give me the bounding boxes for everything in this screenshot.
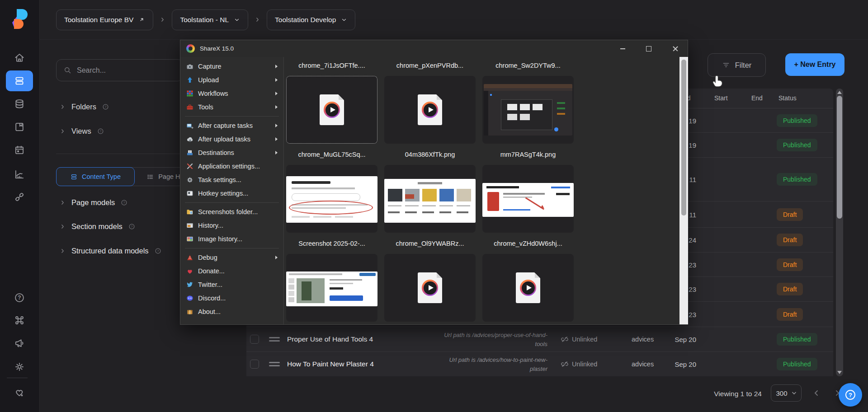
menu-item-destinations[interactable]: Destinations bbox=[180, 146, 283, 159]
thumbnail-cell[interactable] bbox=[482, 165, 574, 233]
thumbnail-cell[interactable] bbox=[286, 76, 377, 144]
menu-item-donate[interactable]: Donate... bbox=[180, 264, 283, 278]
maximize-button[interactable] bbox=[643, 43, 654, 54]
menu-item-label: Destinations bbox=[198, 149, 234, 156]
sidebar-item-home[interactable] bbox=[6, 47, 33, 68]
sidebar-item-shortcuts[interactable] bbox=[6, 310, 33, 331]
column-header[interactable]: Status bbox=[778, 94, 797, 102]
panel-item-page-models[interactable]: Page models? bbox=[59, 196, 128, 209]
history-icon bbox=[186, 222, 193, 229]
svg-text:?: ? bbox=[157, 249, 159, 253]
thumbnail-cell[interactable] bbox=[384, 254, 476, 322]
chevron-down-icon bbox=[341, 17, 347, 23]
prev-page-button[interactable] bbox=[812, 389, 821, 397]
new-entry-button[interactable]: + New Entry bbox=[785, 53, 844, 76]
section-label: Views bbox=[71, 127, 91, 136]
panel-section-folders[interactable]: Folders? bbox=[59, 100, 109, 113]
sidebar-item-settings[interactable] bbox=[6, 356, 33, 377]
menu-item-label: Hotkey settings... bbox=[198, 190, 248, 197]
breadcrumb-label: Toolstation Europe BV bbox=[64, 16, 133, 24]
page-size-select[interactable]: 300 bbox=[771, 384, 802, 402]
thumbnail-cell[interactable] bbox=[384, 76, 476, 144]
sidebar-item-insights[interactable] bbox=[6, 164, 33, 185]
panel-item-structured-data-models[interactable]: Structured data models? bbox=[59, 244, 162, 257]
thumbnail-cell[interactable] bbox=[384, 165, 476, 233]
column-header[interactable]: Start bbox=[714, 94, 728, 102]
scrollbar-thumb[interactable] bbox=[837, 96, 842, 219]
status-badge: Draft bbox=[777, 308, 803, 321]
table-row[interactable]: How To Paint New Plaster 4Url path is /a… bbox=[246, 351, 833, 376]
column-header[interactable]: End bbox=[751, 94, 763, 102]
filter-button[interactable]: Filter bbox=[708, 53, 766, 77]
panel-section-views[interactable]: Views? bbox=[59, 125, 104, 137]
menu-item-screenshots-folder[interactable]: Screenshots folder... bbox=[180, 205, 283, 219]
breadcrumb-item[interactable]: Toolstation - NL bbox=[172, 9, 248, 30]
thumbnail-cell[interactable] bbox=[286, 165, 377, 233]
menu-item-about[interactable]: About... bbox=[180, 305, 283, 318]
drag-handle-icon[interactable] bbox=[269, 362, 280, 366]
svg-text:?: ? bbox=[18, 295, 21, 301]
menu-item-discord[interactable]: Discord... bbox=[180, 291, 283, 305]
prepr-logo-icon[interactable] bbox=[9, 7, 29, 31]
menu-item-workflows[interactable]: Workflows bbox=[180, 87, 283, 100]
entry-title[interactable]: How To Paint New Plaster 4 bbox=[287, 360, 374, 368]
close-button[interactable] bbox=[670, 43, 681, 54]
search-input[interactable]: Search... bbox=[56, 59, 183, 81]
sidebar-item-bookmarks[interactable] bbox=[6, 117, 33, 137]
scroll-up-icon[interactable] bbox=[837, 91, 842, 94]
sharex-scrollbar-thumb[interactable] bbox=[681, 60, 686, 215]
menu-item-hotkey-settings[interactable]: Hotkey settings... bbox=[180, 187, 283, 200]
menu-item-history[interactable]: History... bbox=[180, 219, 283, 232]
sidebar-item-entries[interactable] bbox=[6, 70, 33, 91]
menu-item-debug[interactable]: Debug bbox=[180, 251, 283, 264]
menu-item-after-capture-tasks[interactable]: After capture tasks bbox=[180, 119, 283, 132]
thumbnail-cell[interactable] bbox=[286, 254, 377, 322]
menu-item-twitter[interactable]: Twitter... bbox=[180, 278, 283, 291]
hotkey-icon bbox=[186, 190, 193, 197]
sharex-titlebar[interactable]: ShareX 15.0 bbox=[180, 40, 688, 57]
menu-item-application-settings[interactable]: Application settings... bbox=[180, 159, 283, 173]
status-badge: Published bbox=[777, 173, 817, 186]
sidebar-item-media[interactable] bbox=[6, 94, 33, 114]
sidebar-item-help[interactable]: ? bbox=[6, 287, 33, 308]
menu-item-capture[interactable]: Capture bbox=[180, 60, 283, 73]
panel-item-section-models[interactable]: Section models? bbox=[59, 220, 136, 233]
entry-title[interactable]: Proper Use of Hand Tools 4 bbox=[287, 335, 373, 343]
thumbnail-cell[interactable] bbox=[482, 254, 574, 322]
minimize-button[interactable] bbox=[617, 43, 628, 54]
thumbnail-filename: chrome_vZHd0W6shj... bbox=[482, 240, 574, 247]
chevron-right-icon bbox=[59, 199, 66, 206]
breadcrumb-item[interactable]: Toolstation Develop bbox=[267, 9, 355, 30]
sidebar-item-feedback[interactable] bbox=[6, 382, 33, 403]
menu-item-label: Twitter... bbox=[198, 281, 222, 288]
menu-item-after-upload-tasks[interactable]: After upload tasks bbox=[180, 132, 283, 146]
table-row[interactable]: Proper Use of Hand Tools 4Url path is /a… bbox=[246, 327, 833, 351]
help-fab-button[interactable]: ? bbox=[839, 383, 862, 407]
sidebar-item-integrations[interactable] bbox=[6, 187, 33, 207]
menu-item-task-settings[interactable]: Task settings... bbox=[180, 173, 283, 187]
scroll-down-icon[interactable] bbox=[837, 371, 842, 374]
svg-text:?: ? bbox=[99, 130, 101, 133]
sharex-logo-icon bbox=[186, 44, 195, 53]
menu-item-tools[interactable]: Tools bbox=[180, 100, 283, 114]
menu-item-image-history[interactable]: Image history... bbox=[180, 232, 283, 246]
tab-content-type[interactable]: Content Type bbox=[56, 167, 135, 186]
status-badge: Draft bbox=[777, 208, 803, 221]
tab-label: Content Type bbox=[82, 173, 121, 180]
menu-item-label: Donate... bbox=[198, 267, 225, 275]
sidebar-item-planning[interactable] bbox=[6, 140, 33, 160]
url-path-note: Url path is /advices/proper-use-of-hand-… bbox=[435, 331, 547, 348]
sidebar-item-announcements[interactable] bbox=[6, 333, 33, 354]
breadcrumb-item[interactable]: Toolstation Europe BV bbox=[56, 9, 153, 30]
row-checkbox[interactable] bbox=[250, 335, 259, 344]
sharex-scrollbar[interactable] bbox=[679, 57, 688, 324]
table-scrollbar[interactable] bbox=[836, 89, 843, 376]
row-checkbox[interactable] bbox=[250, 360, 259, 369]
thumbnail-filename: chrome_MuGL75cSq... bbox=[286, 151, 377, 158]
menu-item-upload[interactable]: Upload bbox=[180, 73, 283, 87]
media-file-icon bbox=[418, 94, 442, 125]
model-label: Page models bbox=[71, 198, 115, 207]
drag-handle-icon[interactable] bbox=[269, 337, 280, 342]
thumbnail-cell[interactable] bbox=[482, 76, 574, 144]
menu-separator bbox=[185, 202, 279, 203]
